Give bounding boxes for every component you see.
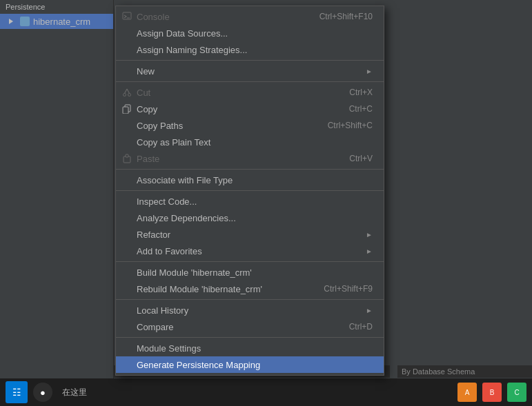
menu-item-assign-data-sources[interactable]: Assign Data Sources...	[116, 25, 384, 41]
right-panel	[394, 0, 532, 365]
module-icon	[19, 16, 30, 27]
sidebar-title: Persistence	[0, 0, 113, 14]
svg-line-5	[127, 89, 130, 94]
cut-shortcut: Ctrl+X	[349, 88, 373, 97]
analyze-icon	[121, 212, 132, 223]
refactor-label: Refactor	[137, 230, 360, 240]
separator-4	[116, 190, 384, 191]
tray-icon-2[interactable]: B	[482, 383, 502, 402]
menu-item-refactor[interactable]: Refactor ►	[116, 226, 384, 243]
taskbar-search-text[interactable]: 在这里	[58, 387, 91, 398]
add-favorites-label: Add to Favorites	[137, 246, 360, 256]
separator-3	[116, 169, 384, 170]
assign-naming-label: Assign Naming Strategies...	[137, 45, 373, 55]
taskbar: ☷ ● 在这里 A B C	[0, 378, 532, 406]
menu-item-compare[interactable]: Compare Ctrl+D	[116, 318, 384, 335]
svg-point-2	[124, 94, 126, 97]
svg-line-4	[125, 89, 128, 94]
console-shortcut: Ctrl+Shift+F10	[319, 12, 373, 21]
separator-5	[116, 261, 384, 262]
menu-item-module-settings[interactable]: Module Settings	[116, 340, 384, 356]
cut-label: Cut	[137, 88, 335, 98]
assign-data-sources-label: Assign Data Sources...	[137, 28, 373, 39]
menu-item-cut[interactable]: Cut Ctrl+X	[116, 84, 384, 101]
rebuild-label: Rebuild Module 'hibernate_crm'	[137, 284, 310, 294]
menu-item-copy-plain[interactable]: Copy as Plain Text	[116, 134, 384, 150]
new-icon	[121, 65, 132, 77]
menu-item-associate-file-type[interactable]: Associate with File Type	[116, 172, 384, 188]
favorites-icon	[121, 245, 132, 256]
favorites-submenu-arrow: ►	[366, 247, 373, 255]
inspect-code-icon	[121, 196, 132, 207]
sidebar-item-label: hibernate_crm	[33, 17, 90, 27]
menu-item-copy[interactable]: Copy Ctrl+C	[116, 101, 384, 117]
menu-item-assign-naming[interactable]: Assign Naming Strategies...	[116, 41, 384, 58]
module-settings-icon	[121, 343, 132, 354]
paste-icon	[121, 153, 132, 164]
svg-rect-9	[126, 154, 128, 157]
rebuild-shortcut: Ctrl+Shift+F9	[324, 284, 373, 294]
separator-7	[116, 337, 384, 338]
tray-icon-1[interactable]: A	[457, 383, 477, 402]
paste-label: Paste	[137, 154, 335, 164]
compare-icon	[121, 321, 132, 332]
compare-label: Compare	[137, 322, 335, 332]
windows-search-button[interactable]: ●	[33, 383, 52, 402]
menu-item-generate-persistence[interactable]: Generate Persistence Mapping	[116, 356, 384, 373]
svg-point-3	[128, 94, 131, 97]
local-history-icon	[121, 305, 132, 316]
copy-label: Copy	[137, 104, 335, 114]
copy-shortcut: Ctrl+C	[349, 104, 373, 114]
assign-data-sources-icon	[121, 28, 132, 39]
generate-persistence-icon	[121, 359, 132, 370]
menu-item-new[interactable]: New ►	[116, 63, 384, 79]
local-history-label: Local History	[137, 305, 360, 316]
tray-icon-3[interactable]: C	[507, 383, 526, 402]
expand-arrow-icon	[6, 16, 17, 27]
inspect-code-label: Inspect Code...	[137, 196, 373, 207]
context-menu: Console Ctrl+Shift+F10 Assign Data Sourc…	[115, 6, 384, 376]
refactor-submenu-arrow: ►	[366, 231, 373, 238]
analyze-label: Analyze Dependencies...	[137, 213, 373, 223]
new-submenu-arrow: ►	[366, 68, 373, 75]
cut-icon	[121, 87, 132, 98]
db-schema-status: By Database Schema	[397, 365, 532, 378]
db-schema-label: By Database Schema	[402, 367, 475, 376]
svg-rect-7	[123, 107, 128, 114]
copy-plain-label: Copy as Plain Text	[137, 137, 373, 148]
build-icon	[121, 267, 132, 278]
menu-item-console[interactable]: Console Ctrl+Shift+F10	[116, 8, 384, 25]
separator-1	[116, 60, 384, 61]
local-history-submenu-arrow: ►	[366, 307, 373, 314]
associate-icon	[121, 174, 132, 185]
sidebar-item-hibernate[interactable]: hibernate_crm	[0, 14, 113, 29]
new-label: New	[137, 66, 360, 77]
module-settings-label: Module Settings	[137, 343, 373, 354]
menu-item-build-module[interactable]: Build Module 'hibernate_crm'	[116, 264, 384, 281]
compare-shortcut: Ctrl+D	[349, 322, 373, 332]
copy-icon	[121, 103, 132, 114]
menu-item-add-favorites[interactable]: Add to Favorites ►	[116, 243, 384, 259]
refactor-icon	[121, 229, 132, 240]
generate-persistence-label: Generate Persistence Mapping	[137, 360, 373, 370]
console-label: Console	[137, 12, 306, 22]
menu-item-rebuild-module[interactable]: Rebuild Module 'hibernate_crm' Ctrl+Shif…	[116, 281, 384, 297]
copy-paths-label: Copy Paths	[137, 121, 314, 131]
menu-item-analyze-deps[interactable]: Analyze Dependencies...	[116, 210, 384, 226]
console-icon	[121, 11, 132, 22]
copy-paths-shortcut: Ctrl+Shift+C	[328, 121, 373, 130]
associate-label: Associate with File Type	[137, 175, 373, 185]
separator-6	[116, 299, 384, 300]
rebuild-icon	[121, 283, 132, 294]
menu-item-paste[interactable]: Paste Ctrl+V	[116, 150, 384, 167]
separator-2	[116, 81, 384, 82]
menu-item-inspect-code[interactable]: Inspect Code...	[116, 193, 384, 210]
copy-plain-icon	[121, 136, 132, 148]
menu-item-local-history[interactable]: Local History ►	[116, 302, 384, 318]
build-label: Build Module 'hibernate_crm'	[137, 267, 373, 278]
sidebar-panel: Persistence hibernate_crm	[0, 0, 114, 406]
copy-paths-icon	[121, 120, 132, 131]
windows-start-button[interactable]: ☷	[6, 381, 28, 403]
menu-item-copy-paths[interactable]: Copy Paths Ctrl+Shift+C	[116, 117, 384, 134]
assign-naming-icon	[121, 44, 132, 55]
